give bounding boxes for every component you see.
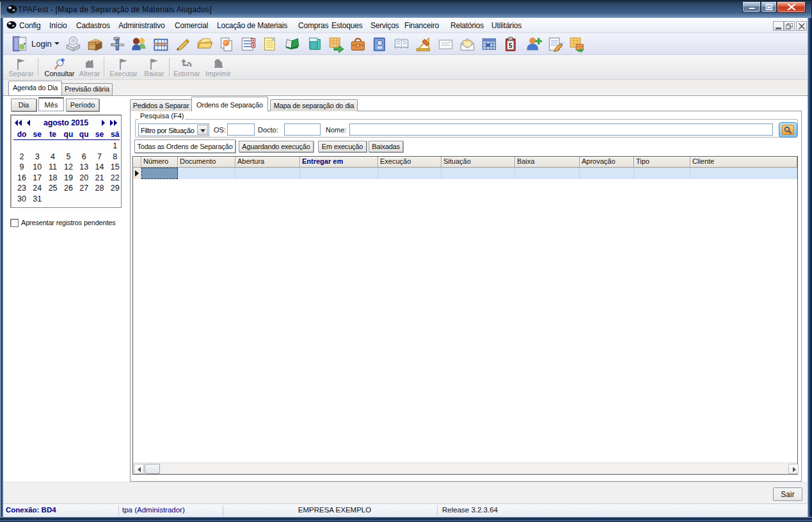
- svg-text:5: 5: [509, 42, 513, 49]
